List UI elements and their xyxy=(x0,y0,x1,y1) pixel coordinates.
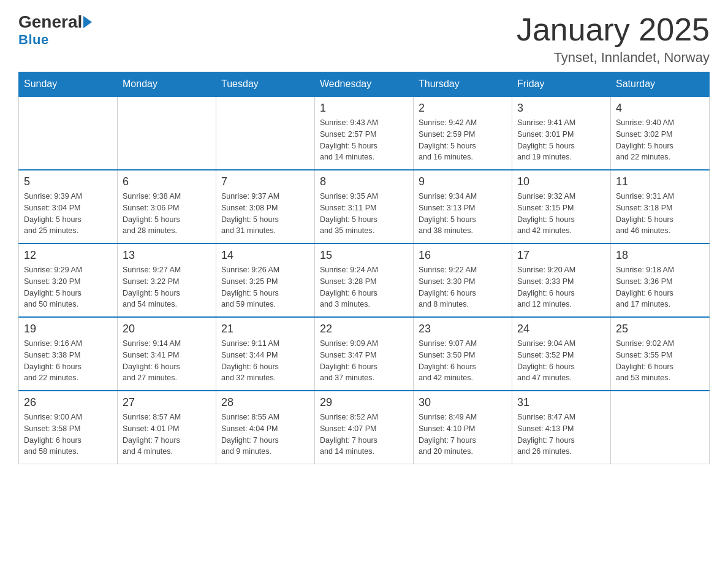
calendar-cell: 21Sunrise: 9:11 AMSunset: 3:44 PMDayligh… xyxy=(216,317,315,391)
day-info: Sunrise: 9:14 AMSunset: 3:41 PMDaylight:… xyxy=(123,338,211,384)
calendar-cell: 23Sunrise: 9:07 AMSunset: 3:50 PMDayligh… xyxy=(414,317,512,391)
calendar-cell xyxy=(118,96,216,170)
day-number: 7 xyxy=(221,175,309,188)
page-header: General Blue January 2025 Tynset, Innlan… xyxy=(18,12,710,66)
day-info: Sunrise: 8:49 AMSunset: 4:10 PMDaylight:… xyxy=(419,412,507,458)
day-info: Sunrise: 9:00 AMSunset: 3:58 PMDaylight:… xyxy=(24,412,112,458)
calendar-cell xyxy=(216,96,315,170)
calendar-cell: 19Sunrise: 9:16 AMSunset: 3:38 PMDayligh… xyxy=(19,317,118,391)
day-info: Sunrise: 9:35 AMSunset: 3:11 PMDaylight:… xyxy=(320,191,408,237)
day-number: 15 xyxy=(320,249,408,262)
calendar-table: SundayMondayTuesdayWednesdayThursdayFrid… xyxy=(18,72,710,464)
calendar-cell: 2Sunrise: 9:42 AMSunset: 2:59 PMDaylight… xyxy=(414,96,512,170)
day-info: Sunrise: 9:22 AMSunset: 3:30 PMDaylight:… xyxy=(419,264,507,310)
calendar-cell: 5Sunrise: 9:39 AMSunset: 3:04 PMDaylight… xyxy=(19,170,118,243)
day-info: Sunrise: 9:07 AMSunset: 3:50 PMDaylight:… xyxy=(419,338,507,384)
day-info: Sunrise: 9:11 AMSunset: 3:44 PMDaylight:… xyxy=(221,338,309,384)
calendar-cell xyxy=(19,96,118,170)
calendar-cell: 9Sunrise: 9:34 AMSunset: 3:13 PMDaylight… xyxy=(414,170,512,243)
calendar-week-row: 5Sunrise: 9:39 AMSunset: 3:04 PMDaylight… xyxy=(19,170,710,243)
calendar-cell: 25Sunrise: 9:02 AMSunset: 3:55 PMDayligh… xyxy=(611,317,710,391)
calendar-cell: 10Sunrise: 9:32 AMSunset: 3:15 PMDayligh… xyxy=(512,170,611,243)
calendar-week-row: 26Sunrise: 9:00 AMSunset: 3:58 PMDayligh… xyxy=(19,391,710,464)
day-info: Sunrise: 8:55 AMSunset: 4:04 PMDaylight:… xyxy=(221,412,309,458)
calendar-cell: 28Sunrise: 8:55 AMSunset: 4:04 PMDayligh… xyxy=(216,391,315,464)
calendar-cell: 3Sunrise: 9:41 AMSunset: 3:01 PMDaylight… xyxy=(512,96,611,170)
day-info: Sunrise: 9:42 AMSunset: 2:59 PMDaylight:… xyxy=(419,117,507,163)
calendar-cell: 24Sunrise: 9:04 AMSunset: 3:52 PMDayligh… xyxy=(512,317,611,391)
day-number: 25 xyxy=(616,323,704,335)
calendar-cell: 22Sunrise: 9:09 AMSunset: 3:47 PMDayligh… xyxy=(315,317,414,391)
day-info: Sunrise: 9:18 AMSunset: 3:36 PMDaylight:… xyxy=(616,264,704,310)
calendar-cell: 11Sunrise: 9:31 AMSunset: 3:18 PMDayligh… xyxy=(611,170,710,243)
logo-general-text: General xyxy=(18,12,82,32)
day-number: 24 xyxy=(517,323,605,335)
day-number: 17 xyxy=(517,249,605,262)
day-number: 1 xyxy=(320,102,408,115)
day-number: 20 xyxy=(123,323,211,335)
location-text: Tynset, Innlandet, Norway xyxy=(517,50,710,66)
weekday-header-friday: Friday xyxy=(512,72,611,97)
calendar-week-row: 19Sunrise: 9:16 AMSunset: 3:38 PMDayligh… xyxy=(19,317,710,391)
calendar-cell: 13Sunrise: 9:27 AMSunset: 3:22 PMDayligh… xyxy=(118,243,216,317)
calendar-cell: 7Sunrise: 9:37 AMSunset: 3:08 PMDaylight… xyxy=(216,170,315,243)
calendar-cell: 1Sunrise: 9:43 AMSunset: 2:57 PMDaylight… xyxy=(315,96,414,170)
day-number: 30 xyxy=(419,396,507,409)
day-info: Sunrise: 9:37 AMSunset: 3:08 PMDaylight:… xyxy=(221,191,309,237)
day-info: Sunrise: 9:41 AMSunset: 3:01 PMDaylight:… xyxy=(517,117,605,163)
day-number: 12 xyxy=(24,249,112,262)
weekday-header-monday: Monday xyxy=(118,72,216,97)
calendar-cell: 30Sunrise: 8:49 AMSunset: 4:10 PMDayligh… xyxy=(414,391,512,464)
day-number: 5 xyxy=(24,175,112,188)
day-number: 13 xyxy=(123,249,211,262)
calendar-cell: 17Sunrise: 9:20 AMSunset: 3:33 PMDayligh… xyxy=(512,243,611,317)
day-info: Sunrise: 9:16 AMSunset: 3:38 PMDaylight:… xyxy=(24,338,112,384)
day-number: 14 xyxy=(221,249,309,262)
day-info: Sunrise: 9:39 AMSunset: 3:04 PMDaylight:… xyxy=(24,191,112,237)
calendar-cell: 6Sunrise: 9:38 AMSunset: 3:06 PMDaylight… xyxy=(118,170,216,243)
day-info: Sunrise: 9:02 AMSunset: 3:55 PMDaylight:… xyxy=(616,338,704,384)
day-info: Sunrise: 8:57 AMSunset: 4:01 PMDaylight:… xyxy=(123,412,211,458)
day-number: 18 xyxy=(616,249,704,262)
day-number: 6 xyxy=(123,175,211,188)
day-info: Sunrise: 9:43 AMSunset: 2:57 PMDaylight:… xyxy=(320,117,408,163)
day-number: 29 xyxy=(320,396,408,409)
day-info: Sunrise: 9:31 AMSunset: 3:18 PMDaylight:… xyxy=(616,191,704,237)
day-info: Sunrise: 9:38 AMSunset: 3:06 PMDaylight:… xyxy=(123,191,211,237)
day-info: Sunrise: 9:32 AMSunset: 3:15 PMDaylight:… xyxy=(517,191,605,237)
day-info: Sunrise: 9:20 AMSunset: 3:33 PMDaylight:… xyxy=(517,264,605,310)
day-number: 11 xyxy=(616,175,704,188)
day-number: 3 xyxy=(517,102,605,115)
day-number: 8 xyxy=(320,175,408,188)
day-number: 16 xyxy=(419,249,507,262)
logo-arrow-icon xyxy=(83,16,92,28)
calendar-cell: 12Sunrise: 9:29 AMSunset: 3:20 PMDayligh… xyxy=(19,243,118,317)
calendar-cell: 16Sunrise: 9:22 AMSunset: 3:30 PMDayligh… xyxy=(414,243,512,317)
month-title: January 2025 xyxy=(517,12,710,47)
day-number: 22 xyxy=(320,323,408,335)
day-number: 2 xyxy=(419,102,507,115)
day-number: 10 xyxy=(517,175,605,188)
day-number: 23 xyxy=(419,323,507,335)
calendar-week-row: 1Sunrise: 9:43 AMSunset: 2:57 PMDaylight… xyxy=(19,96,710,170)
day-info: Sunrise: 8:47 AMSunset: 4:13 PMDaylight:… xyxy=(517,412,605,458)
day-number: 27 xyxy=(123,396,211,409)
calendar-cell: 8Sunrise: 9:35 AMSunset: 3:11 PMDaylight… xyxy=(315,170,414,243)
weekday-header-thursday: Thursday xyxy=(414,72,512,97)
day-info: Sunrise: 8:52 AMSunset: 4:07 PMDaylight:… xyxy=(320,412,408,458)
day-info: Sunrise: 9:40 AMSunset: 3:02 PMDaylight:… xyxy=(616,117,704,163)
weekday-header-sunday: Sunday xyxy=(19,72,118,97)
calendar-cell: 18Sunrise: 9:18 AMSunset: 3:36 PMDayligh… xyxy=(611,243,710,317)
calendar-cell: 31Sunrise: 8:47 AMSunset: 4:13 PMDayligh… xyxy=(512,391,611,464)
title-area: January 2025 Tynset, Innlandet, Norway xyxy=(517,12,710,66)
day-number: 4 xyxy=(616,102,704,115)
logo: General Blue xyxy=(18,12,92,48)
day-info: Sunrise: 9:27 AMSunset: 3:22 PMDaylight:… xyxy=(123,264,211,310)
day-info: Sunrise: 9:24 AMSunset: 3:28 PMDaylight:… xyxy=(320,264,408,310)
calendar-week-row: 12Sunrise: 9:29 AMSunset: 3:20 PMDayligh… xyxy=(19,243,710,317)
weekday-header-tuesday: Tuesday xyxy=(216,72,315,97)
day-info: Sunrise: 9:09 AMSunset: 3:47 PMDaylight:… xyxy=(320,338,408,384)
day-info: Sunrise: 9:34 AMSunset: 3:13 PMDaylight:… xyxy=(419,191,507,237)
calendar-cell: 29Sunrise: 8:52 AMSunset: 4:07 PMDayligh… xyxy=(315,391,414,464)
calendar-cell: 4Sunrise: 9:40 AMSunset: 3:02 PMDaylight… xyxy=(611,96,710,170)
